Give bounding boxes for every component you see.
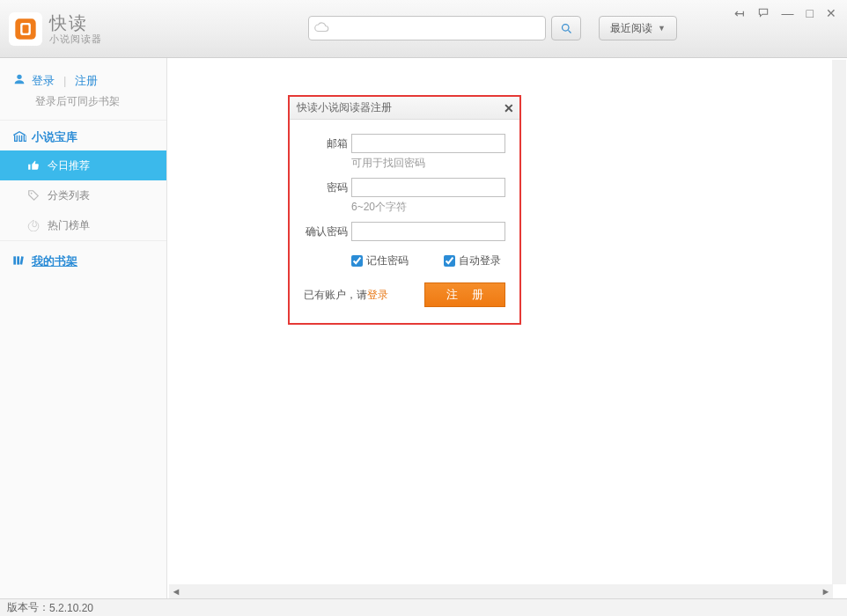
- autologin-checkbox-wrap[interactable]: 自动登录: [444, 253, 501, 268]
- statusbar: 版本号：5.2.10.20: [0, 598, 847, 616]
- section-shelf[interactable]: 我的书架: [0, 240, 166, 275]
- app-title: 快读: [49, 12, 102, 33]
- search-input-wrap[interactable]: [308, 16, 546, 40]
- confirm-password-label: 确认密码: [304, 224, 348, 239]
- password-input[interactable]: [351, 178, 505, 197]
- autologin-checkbox[interactable]: [444, 255, 455, 267]
- scroll-right-icon[interactable]: ►: [819, 586, 833, 597]
- minimize-button[interactable]: —: [782, 7, 794, 21]
- svg-point-6: [31, 193, 33, 194]
- tag-icon: [26, 189, 41, 202]
- register-button[interactable]: 注 册: [424, 282, 505, 307]
- app-logo-icon: [9, 12, 42, 46]
- scroll-left-icon[interactable]: ◄: [169, 586, 183, 597]
- svg-rect-8: [17, 256, 19, 264]
- svg-line-4: [568, 30, 571, 33]
- register-dialog: 快读小说阅读器注册 ✕ 邮箱 可用于找回密码 密码 6~20个字符 确认密码: [288, 95, 521, 325]
- maximize-button[interactable]: □: [806, 7, 814, 21]
- password-label: 密码: [304, 180, 348, 195]
- nav-categories-label: 分类列表: [48, 188, 90, 203]
- recent-read-button[interactable]: 最近阅读 ▼: [599, 16, 677, 40]
- register-link[interactable]: 注册: [75, 73, 98, 89]
- titlebar: 快读 小说阅读器 最近阅读 ▼ ↤ — □ ✕: [0, 0, 847, 58]
- email-label: 邮箱: [304, 136, 348, 151]
- user-icon: [12, 72, 26, 89]
- dialog-titlebar: 快读小说阅读器注册 ✕: [290, 97, 519, 120]
- search-button[interactable]: [551, 16, 581, 40]
- existing-account-text: 已有账户，请登录: [304, 288, 388, 303]
- cloud-icon: [314, 21, 330, 36]
- recent-read-label: 最近阅读: [610, 21, 652, 36]
- svg-rect-9: [20, 256, 24, 265]
- email-input[interactable]: [351, 134, 505, 153]
- email-hint: 可用于找回密码: [351, 156, 505, 171]
- feedback-icon[interactable]: [757, 7, 770, 21]
- scrollbar-horizontal[interactable]: ◄ ►: [169, 584, 833, 598]
- login-link[interactable]: 登录: [32, 73, 55, 89]
- remember-label: 记住密码: [366, 253, 409, 268]
- app-subtitle: 小说阅读器: [49, 33, 102, 45]
- section-library-label: 小说宝库: [32, 129, 77, 145]
- thumb-icon: [26, 159, 41, 172]
- svg-rect-7: [13, 256, 16, 264]
- scrollbar-vertical[interactable]: [832, 60, 846, 584]
- autologin-label: 自动登录: [459, 253, 501, 268]
- nav-today-label: 今日推荐: [48, 158, 90, 173]
- nav-ranking[interactable]: 热门榜单: [0, 210, 166, 240]
- shelf-icon: [12, 254, 26, 269]
- version-value: 5.2.10.20: [49, 602, 93, 614]
- login-link-dialog[interactable]: 登录: [367, 289, 388, 301]
- dialog-title: 快读小说阅读器注册: [297, 100, 392, 115]
- confirm-password-input[interactable]: [351, 222, 505, 241]
- remember-checkbox-wrap[interactable]: 记住密码: [351, 253, 409, 268]
- chevron-down-icon: ▼: [658, 24, 666, 33]
- main-content: ◄ ► 快读小说阅读器注册 ✕ 邮箱 可用于找回密码 密码 6~20个字符: [167, 58, 847, 598]
- section-library: 小说宝库: [0, 120, 166, 150]
- app-logo: 快读 小说阅读器: [9, 12, 102, 46]
- version-label: 版本号：: [7, 600, 49, 615]
- window-controls: ↤ — □ ✕: [734, 7, 836, 21]
- sidebar: 登录 | 注册 登录后可同步书架 小说宝库 今日推荐 分类列表: [0, 58, 167, 598]
- remember-checkbox[interactable]: [351, 255, 363, 267]
- nav-today[interactable]: 今日推荐: [0, 150, 166, 180]
- section-shelf-label: 我的书架: [32, 253, 77, 269]
- nav-categories[interactable]: 分类列表: [0, 180, 166, 210]
- password-hint: 6~20个字符: [351, 200, 505, 215]
- fire-icon: [26, 219, 41, 231]
- login-hint: 登录后可同步书架: [0, 92, 166, 120]
- svg-rect-2: [23, 25, 29, 33]
- pin-icon[interactable]: ↤: [734, 7, 745, 21]
- nav-ranking-label: 热门榜单: [48, 218, 90, 233]
- close-button[interactable]: ✕: [826, 7, 836, 21]
- library-icon: [12, 130, 26, 145]
- svg-point-5: [17, 75, 21, 79]
- dialog-close-button[interactable]: ✕: [504, 101, 514, 115]
- svg-point-3: [562, 24, 569, 31]
